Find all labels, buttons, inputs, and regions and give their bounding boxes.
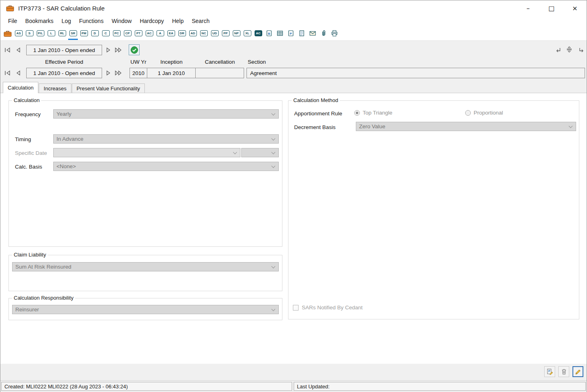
toolbar-icon-pm[interactable]: PM xyxy=(80,29,88,38)
inception-label: Inception xyxy=(147,59,196,65)
toolbar-icon-report[interactable]: P xyxy=(287,29,295,38)
toolbar-icon-pc[interactable]: PC xyxy=(113,29,121,38)
first-period-button[interactable] xyxy=(3,45,13,55)
calculation-responsibility-select[interactable]: Reinsurer xyxy=(12,305,279,314)
toolbar-icon-np[interactable]: NP xyxy=(232,29,240,38)
toolbar-badge-label: AC xyxy=(255,30,262,36)
cancellation-field[interactable] xyxy=(195,68,244,78)
maximize-button[interactable]: □ xyxy=(540,0,563,16)
menu-functions[interactable]: Functions xyxy=(75,16,108,26)
calculation-method-group: Calculation Method Apportionment Rule To… xyxy=(288,100,579,319)
menu-search[interactable]: Search xyxy=(188,16,213,26)
sars-notified-label: SARs Notified By Cedant xyxy=(302,304,363,311)
toolbar-icon-a[interactable]: A xyxy=(156,29,164,38)
toolbar-icon-table[interactable] xyxy=(276,29,284,38)
toolbar-icon-ea[interactable]: EA xyxy=(167,29,175,38)
toolbar-icon-pl[interactable]: P/L xyxy=(36,29,44,38)
frequency-select[interactable]: Yearly xyxy=(53,109,279,119)
decrement-basis-select[interactable]: Zero Value xyxy=(356,122,576,131)
radio-proportional[interactable]: Proportional xyxy=(465,110,503,116)
toolbar-icon-briefcase[interactable] xyxy=(4,29,12,38)
toolbar-icon-ud[interactable]: UD xyxy=(211,29,219,38)
forward-record-button[interactable] xyxy=(577,45,586,55)
toolbar-icon-pt[interactable]: PT xyxy=(134,29,142,38)
record-period-field[interactable]: 1 Jan 2010 - Open ended xyxy=(26,68,102,78)
toolbar-icon-sr[interactable]: SR xyxy=(69,29,77,38)
toolbar-badge-label: PM xyxy=(80,30,88,36)
claim-liability-group: Claim Liability Sum At Risk Reinsured xyxy=(8,255,282,291)
calc-basis-label: Calc. Basis xyxy=(15,164,42,170)
chevron-down-icon xyxy=(272,164,276,168)
first-record-button[interactable] xyxy=(3,68,13,78)
adjust-records-button[interactable] xyxy=(564,44,574,54)
previous-record-button[interactable] xyxy=(13,68,23,78)
minimize-button[interactable]: – xyxy=(516,0,540,16)
timing-select[interactable]: In Advance xyxy=(53,134,279,144)
toolbar-icon-pp[interactable]: PP xyxy=(221,29,230,38)
toolbar-icon-c[interactable]: C xyxy=(102,29,110,38)
edit-button[interactable] xyxy=(572,366,583,377)
toolbar-icon-mail[interactable] xyxy=(309,29,317,38)
toolbar-icon-notebook[interactable]: B xyxy=(265,29,273,38)
verified-status-button[interactable] xyxy=(129,44,140,55)
chevron-down-icon xyxy=(272,137,276,141)
back-record-button[interactable] xyxy=(554,45,563,55)
toolbar-icon-ac[interactable]: AC xyxy=(145,29,153,38)
toolbar-icon-rl[interactable]: RL xyxy=(58,29,66,38)
sars-notified-checkbox[interactable]: SARs Notified By Cedant xyxy=(293,304,363,311)
app-briefcase-icon xyxy=(6,4,14,12)
toolbar-badge-label: A xyxy=(157,30,164,36)
tab-calculation[interactable]: Calculation xyxy=(3,82,38,93)
menu-bookmarks[interactable]: Bookmarks xyxy=(21,16,58,26)
toolbar-icon-d[interactable]: D xyxy=(91,29,99,38)
menu-log[interactable]: Log xyxy=(58,16,75,26)
last-period-button[interactable] xyxy=(113,45,123,55)
menu-window[interactable]: Window xyxy=(108,16,136,26)
inception-field[interactable]: 1 Jan 2010 xyxy=(147,68,196,78)
toolbar-icon-print[interactable] xyxy=(330,29,338,38)
calc-basis-select[interactable]: <None> xyxy=(53,162,279,171)
section-field[interactable]: Agreement xyxy=(246,68,585,78)
toolbar-badge-label: DR xyxy=(178,30,186,36)
menu-hardcopy[interactable]: Hardcopy xyxy=(136,16,168,26)
toolbar-badge-label: D xyxy=(91,30,99,36)
toolbar-icon-attachment[interactable] xyxy=(320,29,328,38)
delete-button[interactable] xyxy=(558,366,569,377)
tab-increases[interactable]: Increases xyxy=(39,83,71,93)
toolbar-icon-dr[interactable]: DR xyxy=(178,29,186,38)
tab-present-value-functionality[interactable]: Present Value Functionality xyxy=(72,83,145,93)
last-record-button[interactable] xyxy=(113,68,123,78)
notes-icon xyxy=(546,368,554,375)
close-button[interactable]: × xyxy=(563,0,587,16)
decrement-basis-label: Decrement Basis xyxy=(294,124,336,130)
claim-liability-select[interactable]: Sum At Risk Reinsured xyxy=(12,262,279,271)
specific-date-select[interactable] xyxy=(53,148,240,157)
app-window: ITP3773 - SAR Calculation Rule – □ × Fil… xyxy=(0,0,587,392)
toolbar-icon-ad[interactable]: AD xyxy=(189,29,197,38)
toolbar-icon-document[interactable] xyxy=(298,29,306,38)
green-check-icon xyxy=(130,46,138,54)
specific-date-unit-select[interactable] xyxy=(241,148,279,157)
toolbar-icon-l[interactable]: L xyxy=(47,29,55,38)
toolbar-badge-label: AS xyxy=(15,30,23,36)
menu-help[interactable]: Help xyxy=(168,16,188,26)
toolbar-icon-xl[interactable]: XL xyxy=(243,29,251,38)
toolbar-icon-ac-solid[interactable]: AC xyxy=(254,29,262,38)
radio-top-triangle[interactable]: Top Triangle xyxy=(354,110,393,116)
toolbar-icon-as[interactable]: AS xyxy=(15,29,23,38)
uw-yr-field[interactable]: 2010 xyxy=(130,68,147,78)
toolbar-icon-s[interactable]: S xyxy=(25,29,33,38)
calculation-responsibility-group-title: Calculation Responsibility xyxy=(12,295,75,301)
toolbar-icon-nc[interactable]: NC xyxy=(200,29,208,38)
calculation-responsibility-group: Calculation Responsibility Reinsurer xyxy=(8,298,282,320)
notes-button[interactable] xyxy=(544,366,555,377)
next-period-button[interactable] xyxy=(104,45,113,55)
previous-period-button[interactable] xyxy=(13,45,23,55)
toolbar-badge-label: AD xyxy=(189,30,197,36)
next-record-arrow-button[interactable] xyxy=(104,68,113,78)
toolbar-icon-cp[interactable]: CP xyxy=(123,29,132,38)
effective-period-field[interactable]: 1 Jan 2010 - Open ended xyxy=(26,45,102,55)
menu-file[interactable]: File xyxy=(4,16,21,26)
toolbar-badge-label: RL xyxy=(58,30,66,36)
calculation-method-group-title: Calculation Method xyxy=(292,97,340,103)
